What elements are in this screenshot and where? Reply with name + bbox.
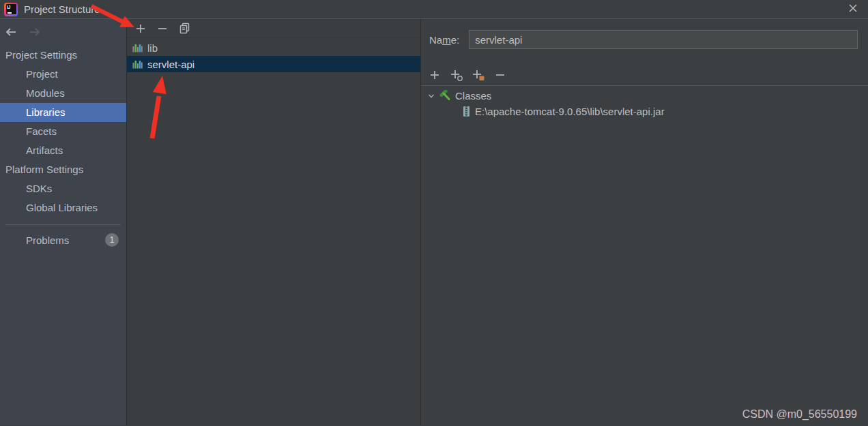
- add-from-repository-button[interactable]: [450, 68, 463, 82]
- sidebar-item-libraries[interactable]: Libraries: [0, 103, 126, 122]
- sidebar-item-problems[interactable]: Problems 1: [0, 230, 126, 249]
- library-list-item-lib[interactable]: lib: [127, 40, 420, 56]
- libraries-toolbar: [127, 19, 420, 38]
- library-name-input[interactable]: [469, 30, 858, 49]
- project-structure-dialog: IJ Project Structure: [0, 0, 868, 426]
- classes-root-label: Classes: [455, 90, 491, 102]
- copy-library-button[interactable]: [177, 22, 191, 35]
- titlebar: IJ Project Structure: [0, 0, 868, 19]
- settings-nav-list: Project Settings Project Modules Librari…: [0, 46, 126, 217]
- library-list: lib servlet-api: [127, 38, 420, 72]
- sidebar-item-artifacts[interactable]: Artifacts: [0, 141, 126, 160]
- name-field-label: Name:: [429, 34, 459, 46]
- add-library-button[interactable]: [134, 22, 147, 35]
- sidebar-item-facets[interactable]: Facets: [0, 122, 126, 141]
- attach-jar-directory-button[interactable]: [472, 68, 485, 82]
- problems-label: Problems: [26, 234, 69, 246]
- section-platform-settings: Platform Settings: [0, 160, 126, 179]
- section-project-settings: Project Settings: [0, 46, 126, 65]
- jar-tree-item[interactable]: E:\apache-tomcat-9.0.65\lib\servlet-api.…: [421, 104, 868, 119]
- add-files-button[interactable]: [428, 68, 442, 82]
- problems-count-badge: 1: [105, 233, 119, 247]
- jar-file-icon: [462, 106, 471, 117]
- library-editor-panel: Name:: [421, 19, 868, 425]
- sidebar-item-project[interactable]: Project: [0, 65, 126, 84]
- library-icon: [132, 59, 143, 70]
- library-icon: [132, 42, 143, 53]
- classes-toolbar: [421, 67, 868, 83]
- sidebar-item-global-libraries[interactable]: Global Libraries: [0, 198, 126, 217]
- window-title: Project Structure: [24, 3, 100, 15]
- settings-sidebar: Project Settings Project Modules Librari…: [0, 19, 126, 425]
- sidebar-item-modules[interactable]: Modules: [0, 84, 126, 103]
- classes-tree-root[interactable]: Classes: [421, 88, 868, 104]
- jar-path-label: E:\apache-tomcat-9.0.65\lib\servlet-api.…: [475, 106, 665, 117]
- classes-hammer-icon: [439, 90, 451, 102]
- forward-arrow-button[interactable]: [27, 25, 41, 39]
- remove-library-button[interactable]: [156, 22, 169, 35]
- intellij-logo-icon: IJ: [4, 3, 18, 16]
- library-name: lib: [147, 42, 158, 54]
- close-icon[interactable]: [847, 2, 859, 14]
- csdn-watermark: CSDN @m0_56550199: [742, 408, 857, 421]
- back-arrow-button[interactable]: [4, 25, 18, 39]
- classes-tree: Classes E:\apache-tomcat-9.0.65\lib\serv…: [421, 86, 868, 119]
- library-name: servlet-api: [147, 59, 194, 70]
- remove-files-button[interactable]: [493, 68, 507, 82]
- library-list-item-servlet-api[interactable]: servlet-api: [127, 56, 420, 72]
- sidebar-item-sdks[interactable]: SDKs: [0, 179, 126, 198]
- sidebar-divider: [5, 224, 121, 225]
- chevron-down-icon[interactable]: [427, 92, 435, 100]
- libraries-panel: lib servlet-api: [126, 19, 421, 425]
